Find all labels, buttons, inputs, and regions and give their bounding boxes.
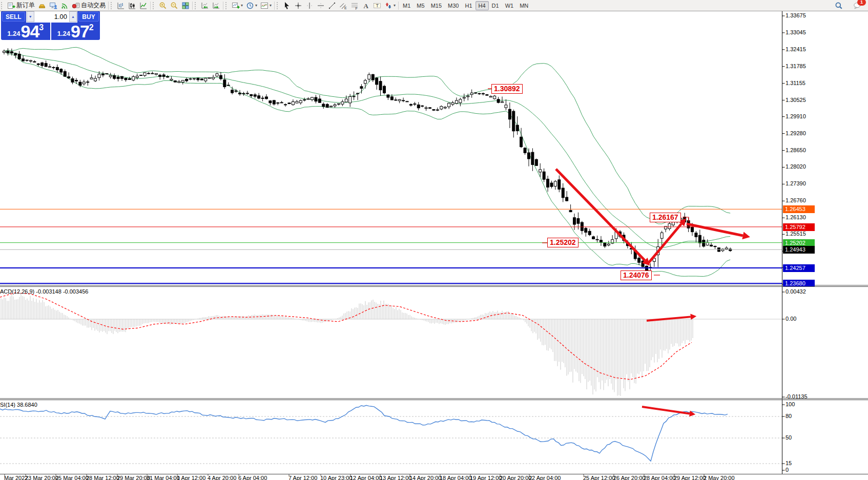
price-tag: 1.24257 [783, 264, 815, 272]
time-label: 29 Apr 12:00 [674, 475, 706, 480]
time-label: 13 Apr 12:00 [380, 475, 411, 480]
toolbar-grip[interactable] [153, 2, 156, 9]
vertical-line-icon [305, 2, 314, 10]
time-label: 29 Mar 20:00 [117, 475, 150, 480]
buy-price-big: 97 [71, 24, 89, 39]
new-order-button[interactable]: 新订单 [6, 1, 36, 10]
sell-price[interactable]: 1.24943 [1, 23, 50, 40]
price-tick: 1.33675 [786, 12, 806, 18]
bar-chart-button[interactable] [115, 1, 127, 10]
toolbar-grip[interactable] [195, 2, 198, 9]
text-button[interactable]: A [360, 1, 371, 10]
chevron-down-icon[interactable]: ▾ [270, 4, 272, 8]
fibonacci-button[interactable]: F [349, 1, 360, 10]
tile-windows-button[interactable] [180, 1, 191, 10]
signals-button[interactable] [59, 1, 70, 10]
buy-price[interactable]: 1.24972 [50, 23, 100, 40]
time-axis: Mar 202223 Mar 20:0025 Mar 04:0028 Mar 1… [0, 474, 868, 480]
toolbar-separator [108, 2, 109, 10]
toolbar-grip[interactable] [1, 2, 4, 9]
indicators-button[interactable]: ▾ [259, 1, 273, 10]
profiles-button[interactable]: ▾ [244, 1, 259, 10]
buy-price-prefix: 1.24 [57, 29, 70, 39]
timeframe-m1-button[interactable]: M1 [400, 1, 414, 10]
chart-shift-icon [212, 2, 220, 10]
search-icon [835, 2, 843, 10]
chart-shift-button[interactable] [211, 1, 222, 10]
deposit-button[interactable] [36, 1, 48, 10]
price-annotation[interactable]: 1.24076 [621, 270, 652, 280]
time-label: 31 Mar 04:00 [147, 475, 180, 480]
chevron-down-icon[interactable]: ▾ [241, 4, 243, 8]
chevron-down-icon[interactable]: ▾ [394, 4, 396, 8]
chevron-down-icon[interactable]: ▾ [255, 4, 257, 8]
new-chart-button[interactable]: ▾ [230, 1, 244, 10]
timeframe-h1-button[interactable]: H1 [462, 1, 475, 10]
price-annotation[interactable]: 1.30892 [491, 84, 523, 94]
time-label: 2 May 20:00 [704, 475, 735, 480]
rsi-tick: 0 [786, 467, 789, 473]
time-label: 28 Mar 12:00 [86, 475, 119, 480]
notifications-button[interactable]: 1 [852, 1, 863, 10]
buy-price-pip: 2 [89, 24, 94, 32]
zoom-in-button[interactable] [157, 1, 169, 10]
equidistant-channel-icon: E [339, 2, 347, 10]
rsi-tick: 100 [786, 401, 795, 407]
price-tick: 1.29280 [786, 130, 806, 136]
sell-button[interactable]: SELL [2, 12, 25, 22]
new-order-icon [7, 2, 15, 10]
toolbar-separator [192, 2, 193, 10]
autotrading-button[interactable]: 自动交易 [70, 1, 107, 10]
toolbar-grip[interactable] [277, 2, 280, 9]
arrows-tool-button[interactable]: ▾ [383, 1, 397, 10]
volume-input[interactable] [34, 11, 69, 22]
equidistant-channel-button[interactable]: E [338, 1, 349, 10]
trend-line-button[interactable] [326, 1, 338, 10]
candle-chart-button[interactable] [127, 1, 138, 10]
crosshair-button[interactable] [293, 1, 304, 10]
horizontal-line-button[interactable] [315, 1, 326, 10]
search-button[interactable] [833, 1, 844, 10]
time-label: 4 Apr 20:00 [208, 475, 236, 480]
price-annotation[interactable]: 1.26167 [650, 213, 681, 222]
timeframe-d1-button[interactable]: D1 [489, 1, 502, 10]
notification-badge: 1 [857, 0, 866, 6]
volume-decrease-button[interactable]: ▾ [27, 11, 34, 22]
indicators-icon [260, 2, 268, 10]
macd-tick: -0.01135 [786, 393, 808, 399]
volume-control: ▾ ▴ [26, 11, 77, 23]
rsi-pane: SI(14) 38.6840 1008050150 [0, 400, 868, 474]
macd-pane: ACD(12,26,9) -0.003148 -0.003456 0.00432… [0, 287, 868, 399]
volume-increase-button[interactable]: ▴ [69, 11, 77, 22]
timeframe-mn-button[interactable]: MN [516, 1, 531, 10]
price-tick: 1.26760 [786, 197, 806, 203]
time-label: 7 Apr 12:00 [288, 475, 317, 480]
time-label: 25 Apr 12:00 [583, 475, 615, 480]
toolbar-grip[interactable] [111, 2, 114, 9]
buy-button[interactable]: BUY [78, 12, 99, 22]
price-tag: 1.25792 [783, 223, 815, 231]
vertical-line-button[interactable] [304, 1, 315, 10]
timeframe-w1-button[interactable]: W1 [502, 1, 517, 10]
cursor-button[interactable] [281, 1, 293, 10]
timeframe-m15-button[interactable]: M15 [428, 1, 445, 10]
line-chart-button[interactable] [138, 1, 149, 10]
time-label: 14 Apr 20:00 [409, 475, 441, 480]
auto-scroll-icon [201, 2, 209, 10]
timeframe-m30-button[interactable]: M30 [445, 1, 462, 10]
rsi-tick: 15 [786, 460, 792, 466]
time-label: 1 Apr 12:00 [177, 475, 205, 480]
virtual-hosting-button[interactable] [48, 1, 59, 10]
timeframe-h4-button[interactable]: H4 [476, 1, 489, 10]
rsi-tick: 50 [786, 434, 792, 441]
line-chart-icon [139, 2, 148, 10]
new-chart-icon [232, 2, 240, 10]
toolbar-grip[interactable] [225, 2, 229, 9]
deposit-icon [38, 2, 46, 10]
zoom-out-button[interactable] [169, 1, 180, 10]
profiles-icon [246, 2, 254, 10]
text-label-button[interactable]: T [371, 1, 383, 10]
timeframe-m5-button[interactable]: M5 [414, 1, 427, 10]
price-annotation[interactable]: 1.25202 [547, 238, 578, 247]
auto-scroll-button[interactable] [199, 1, 211, 10]
